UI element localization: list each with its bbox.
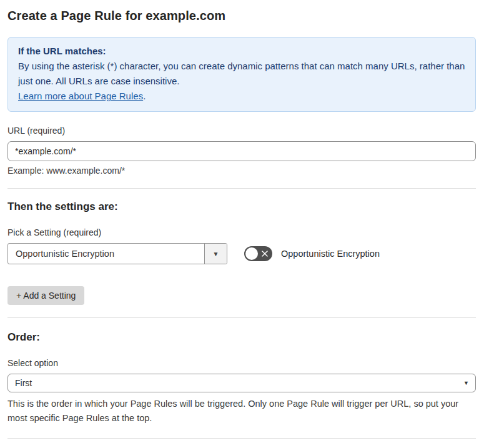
divider (7, 317, 476, 318)
setting-toggle-group: Opportunistic Encryption (244, 246, 380, 261)
create-page-rule-panel: Create a Page Rule for example.com If th… (0, 0, 484, 448)
toggle-knob (245, 247, 258, 260)
banner-heading: If the URL matches: (18, 44, 465, 59)
opportunistic-encryption-toggle[interactable] (244, 246, 272, 261)
learn-more-link[interactable]: Learn more about Page Rules (18, 91, 143, 101)
pick-setting-label: Pick a Setting (required) (7, 227, 476, 237)
setting-dropdown-button[interactable]: ▼ (204, 244, 227, 264)
url-input[interactable] (7, 141, 476, 161)
order-description: This is the order in which your Page Rul… (7, 397, 476, 426)
divider (7, 188, 476, 189)
banner-link-period: . (143, 91, 146, 101)
order-select-label: Select option (7, 358, 476, 368)
order-select-value: First (15, 378, 32, 388)
chevron-down-icon: ▼ (463, 380, 469, 386)
order-section-heading: Order: (7, 331, 476, 344)
add-setting-button[interactable]: + Add a Setting (7, 286, 84, 305)
url-helper-text: Example: www.example.com/* (7, 166, 476, 176)
x-icon (261, 250, 269, 257)
settings-section-heading: Then the settings are: (7, 201, 476, 213)
banner-body: By using the asterisk (*) character, you… (18, 59, 465, 89)
divider (7, 438, 476, 439)
setting-dropdown-value: Opportunistic Encryption (8, 244, 204, 264)
order-select[interactable]: First ▼ (7, 374, 476, 392)
banner-link-line: Learn more about Page Rules. (18, 89, 465, 104)
page-title: Create a Page Rule for example.com (7, 9, 476, 23)
toggle-label: Opportunistic Encryption (281, 249, 380, 259)
url-field-label: URL (required) (7, 126, 476, 136)
url-match-info-banner: If the URL matches: By using the asteris… (7, 37, 476, 112)
dropdown-arrow-icon: ▼ (213, 251, 219, 257)
url-field-group: URL (required) Example: www.example.com/… (7, 126, 476, 176)
setting-dropdown[interactable]: Opportunistic Encryption ▼ (7, 243, 227, 264)
setting-row: Opportunistic Encryption ▼ Opportunistic… (7, 243, 476, 264)
